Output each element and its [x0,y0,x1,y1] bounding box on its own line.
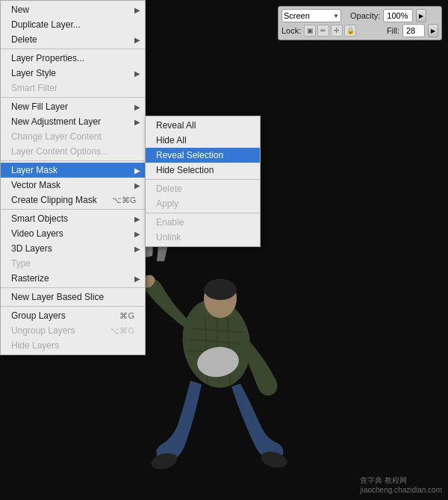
separator-6 [1,306,145,307]
arrow-icon: ▶ [134,245,140,253]
submenu-item-unlink: Unlink [146,230,260,245]
menu-item-layer-content-options: Layer Content Options... [1,144,145,159]
submenu-item-apply: Apply [146,196,260,211]
separator-4 [1,209,145,210]
submenu-item-enable: Enable [146,215,260,230]
blend-mode-value: Screen [284,11,310,20]
menu-item-type: Type [1,256,145,271]
lock-label: Lock: [281,26,301,35]
opacity-display: 100% [387,11,408,20]
separator-3 [1,160,145,161]
menu-item-vector-mask[interactable]: Vector Mask ▶ [1,178,145,193]
menu-item-ungroup-layers: Ungroup Layers ⌥⌘G [1,323,145,338]
menu-item-layer-style[interactable]: Layer Style ▶ [1,66,145,81]
menu-item-layer-mask[interactable]: Layer Mask ▶ [1,163,145,178]
arrow-icon: ▶ [134,6,140,14]
arrow-icon: ▶ [134,118,140,126]
lock-icons-group: ▣ ✏ ✛ 🔒 [304,25,356,37]
lock-move-btn[interactable]: ✛ [331,25,343,37]
menu-item-new-fill-layer[interactable]: New Fill Layer ▶ [1,99,145,114]
arrow-icon: ▶ [134,69,140,78]
menu-item-new-layer-based-slice[interactable]: New Layer Based Slice [1,290,145,304]
separator-5 [1,287,145,288]
menu-item-change-layer-content: Change Layer Content [1,129,145,144]
menu-item-new[interactable]: New ▶ [1,2,145,17]
arrow-icon: ▶ [134,181,140,190]
arrow-icon: ▶ [134,166,140,175]
opacity-input[interactable]: 100% [383,9,413,22]
menu-item-group-layers[interactable]: Group Layers ⌘G [1,308,145,323]
separator-2 [1,97,145,98]
menu-item-smart-objects[interactable]: Smart Objects ▶ [1,211,145,226]
shortcut-group: ⌘G [119,311,134,321]
arrow-icon: ▶ [134,36,140,44]
arrow-icon: ▶ [134,215,140,223]
fill-arrow[interactable]: ▶ [428,24,438,37]
layer-mask-submenu: Reveal All Hide All Reveal Selection Hid… [145,116,261,247]
menu-item-smart-filter: Smart Filter [1,81,145,96]
submenu-item-hide-all[interactable]: Hide All [146,133,260,148]
menu-item-new-adjustment-layer[interactable]: New Adjustment Layer ▶ [1,114,145,129]
menu-item-rasterize[interactable]: Rasterize ▶ [1,271,145,286]
svg-point-8 [204,279,237,300]
submenu-separator-1 [146,179,260,180]
submenu-item-reveal-all[interactable]: Reveal All [146,118,260,133]
submenu-item-hide-selection[interactable]: Hide Selection [146,163,260,178]
submenu-separator-2 [146,213,260,213]
layers-panel: Screen ▼ Opacity: 100% ▶ Lock: ▣ ✏ ✛ 🔒 F… [278,6,442,40]
menu-item-hide-layers: Hide Layers [1,338,145,353]
fill-display: 28 [406,26,415,35]
blend-mode-select[interactable]: Screen ▼ [281,9,341,22]
lock-paint-btn[interactable]: ✏ [317,25,329,37]
watermark: 查字典 教程网 jiaocheng.chazidian.com [360,475,442,494]
arrow-icon: ▶ [134,230,140,238]
submenu-item-delete: Delete [146,181,260,196]
opacity-label: Opacity: [350,11,380,20]
submenu-item-reveal-selection[interactable]: Reveal Selection [146,148,260,163]
menu-item-duplicate-layer[interactable]: Duplicate Layer... [1,17,145,32]
opacity-arrow[interactable]: ▶ [416,9,426,22]
menu-item-delete[interactable]: Delete ▶ [1,32,145,47]
arrow-icon: ▶ [134,275,140,283]
menu-item-video-layers[interactable]: Video Layers ▶ [1,226,145,241]
menu-item-3d-layers[interactable]: 3D Layers ▶ [1,241,145,256]
context-menu: New ▶ Duplicate Layer... Delete ▶ Layer … [0,0,146,355]
arrow-icon: ▶ [134,103,140,111]
fill-label: Fill: [387,26,399,35]
menu-item-create-clipping-mask[interactable]: Create Clipping Mask ⌥⌘G [1,193,145,207]
lock-all-btn[interactable]: 🔒 [344,25,356,37]
lock-transparent-btn[interactable]: ▣ [304,25,316,37]
blend-mode-arrow: ▼ [333,13,339,19]
shortcut-clipping: ⌥⌘G [112,196,137,205]
fill-input[interactable]: 28 [402,24,425,37]
separator-1 [1,49,145,49]
shortcut-ungroup: ⌥⌘G [110,326,134,336]
menu-item-layer-properties[interactable]: Layer Properties... [1,51,145,66]
